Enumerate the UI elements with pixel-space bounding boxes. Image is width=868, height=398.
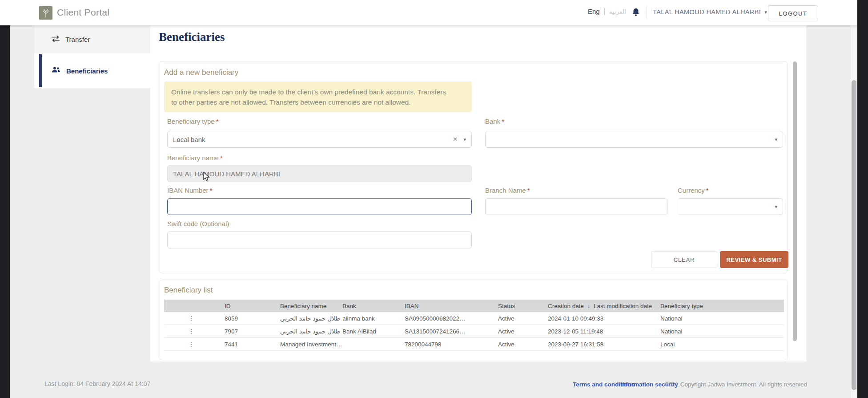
cell-creation-date: 2024-01-10 09:49:33 [542,315,587,322]
transfer-icon [51,35,60,44]
branch-name-field[interactable] [485,198,667,215]
beneficiary-table: ID Beneficiary name Bank IBAN Status Cre… [164,300,784,351]
sidebar-item-transfer[interactable]: Transfer [34,25,150,53]
required-mark: * [706,187,709,194]
add-beneficiary-card: Add a new beneficiary Online transfers c… [159,61,788,273]
cell-status: Active [492,328,542,335]
col-iban[interactable]: IBAN [398,303,492,309]
table-header-row: ID Beneficiary name Bank IBAN Status Cre… [164,300,784,312]
list-title: Beneficiary list [164,286,213,295]
notice-banner: Online transfers can only be made to the… [164,81,472,112]
cell-status: Active [492,341,542,348]
language-arabic[interactable]: العربية [609,8,626,15]
clear-value-icon[interactable]: × [453,135,458,144]
currency-select[interactable]: ▾ [678,198,783,215]
review-submit-button[interactable]: REVIEW & SUBMIT [720,251,788,268]
cell-creation-date: 2023-12-05 11:19:48 [542,328,587,335]
copyright-text: 2021 Copyright Jadwa Investment. All rig… [665,381,807,388]
language-divider [604,8,605,15]
logout-button[interactable]: LOGOUT [768,5,818,21]
cell-beneficiary-type: National [654,315,784,322]
required-mark: * [502,118,504,125]
page-title: Beneficiaries [159,30,225,44]
notifications-bell-icon[interactable] [631,8,640,17]
form-title: Add a new beneficiary [164,68,238,77]
cell-beneficiary-name: طلال حمود حامد الحربي [274,328,336,335]
cell-iban: 78200044798 [398,341,492,348]
user-name: TALAL HAMOUD HAMED ALHARBI [653,8,761,16]
content-scrollbar-thumb[interactable] [793,61,797,341]
cell-id: 7441 [218,341,274,348]
top-header: Client Portal Eng العربية TALAL HAMOUD H… [0,0,857,25]
cell-bank: Bank AlBilad [336,328,398,335]
branch-name-label: Branch Name* [485,187,530,194]
last-login-text: Last Login: 04 February 2024 At 14:07 [44,380,150,387]
col-creation-date[interactable]: Creation date↓ [542,303,587,309]
required-mark: * [210,187,213,194]
active-item-indicator [39,54,42,87]
left-edge [0,25,10,398]
iban-label: IBAN Number* [167,187,212,194]
cell-iban: SA13150007241266… [398,328,492,335]
currency-label: Currency* [678,187,709,194]
row-menu-icon[interactable]: ⋮ [164,341,218,348]
mouse-cursor [202,172,211,183]
col-beneficiary-type[interactable]: Beneficiary type [654,303,784,309]
notice-line-2: to other parties are not allowed. Transf… [171,97,465,107]
language-eng[interactable]: Eng [588,8,600,15]
row-menu-icon[interactable]: ⋮ [164,315,218,322]
col-status[interactable]: Status [492,303,542,309]
app-title: Client Portal [57,7,109,18]
cell-creation-date: 2023-09-27 16:31:58 [542,341,587,348]
people-icon [51,66,61,75]
cell-id: 7907 [218,328,274,335]
beneficiary-type-value: Local bank [173,136,205,143]
swift-code-field[interactable] [167,231,472,248]
language-switcher[interactable]: Eng العربية [588,8,626,15]
header-divider [647,6,647,19]
cell-status: Active [492,315,542,322]
notice-line-1: Online transfers can only be made to the… [171,87,465,97]
table-row[interactable]: ⋮ 7441 Managed Investment… 78200044798 A… [164,338,784,351]
required-mark: * [527,187,530,194]
col-id[interactable]: ID [218,303,274,309]
user-menu[interactable]: TALAL HAMOUD HAMED ALHARBI ▾ [653,8,767,16]
required-mark: * [216,118,219,125]
beneficiary-list-card: Beneficiary list ID Beneficiary name Ban… [159,280,788,360]
table-row[interactable]: ⋮ 7907 طلال حمود حامد الحربي Bank AlBila… [164,325,784,338]
chevron-down-icon: ▾ [764,9,767,15]
iban-field[interactable] [167,198,472,215]
chevron-down-icon[interactable]: ▾ [775,137,777,142]
brand-logo-icon [39,6,52,20]
cell-beneficiary-name: Managed Investment… [274,341,336,348]
cell-bank: alinma bank [336,315,398,322]
cell-beneficiary-type: National [654,328,784,335]
sidebar-item-label: Beneficiaries [66,67,108,75]
cell-beneficiary-name: طلال حمود حامد الحربي [274,315,336,322]
beneficiary-name-label: Beneficiary name* [167,154,223,162]
sidebar-item-label: Transfer [65,36,90,43]
col-bank[interactable]: Bank [336,303,398,309]
swift-code-label: Swift code (Optional) [167,220,229,227]
cell-beneficiary-type: Local [654,341,784,348]
chevron-down-icon[interactable]: ▾ [463,137,466,142]
col-beneficiary-name[interactable]: Beneficiary name [274,303,336,309]
col-last-modification-date[interactable]: Last modification date [587,303,654,309]
cell-iban: SA09050000682022… [398,315,492,322]
bank-select[interactable]: ▾ [485,131,783,148]
screen: Client Portal Eng العربية TALAL HAMOUD H… [0,0,868,398]
browser-scrollbar-thumb[interactable] [852,80,856,390]
chevron-down-icon[interactable]: ▾ [775,204,777,210]
sidebar-item-beneficiaries[interactable]: Beneficiaries [34,53,150,88]
required-mark: * [220,154,223,162]
beneficiary-type-select[interactable]: Local bank × ▾ [167,131,472,148]
beneficiary-type-label: Beneficiary type* [167,118,219,125]
clear-button[interactable]: CLEAR [651,251,717,268]
bank-label: Bank* [485,118,504,125]
row-menu-icon[interactable]: ⋮ [164,328,218,335]
table-body: ⋮ 8059 طلال حمود حامد الحربي alinma bank… [164,312,784,351]
cell-id: 8059 [218,315,274,322]
beneficiary-name-field [167,165,472,182]
table-row[interactable]: ⋮ 8059 طلال حمود حامد الحربي alinma bank… [164,312,784,325]
